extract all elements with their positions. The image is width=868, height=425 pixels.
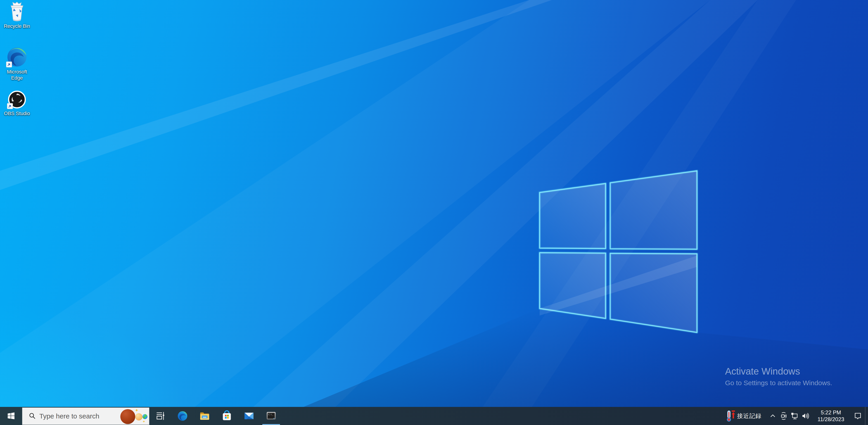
taskbar-app-command-prompt[interactable]: C:\_ — [260, 407, 282, 425]
tray-temperature-item[interactable]: 接近記録 — [726, 410, 762, 422]
thermometer-rising-icon — [726, 410, 735, 422]
taskbar-app-task-view[interactable] — [149, 407, 172, 425]
obs-studio-icon — [7, 90, 27, 109]
tray-temperature-label: 接近記録 — [737, 412, 762, 420]
desktop-icon-recycle-bin[interactable]: Recycle Bin — [0, 2, 33, 29]
task-view-icon — [155, 411, 166, 421]
search-icon — [29, 412, 36, 420]
desktop-icon-label: Recycle Bin — [4, 23, 30, 29]
taskbar-app-file-explorer[interactable] — [194, 407, 216, 425]
sparkle-icon: ✦ — [135, 408, 138, 413]
shortcut-arrow-icon — [6, 62, 12, 67]
chevron-up-icon — [769, 412, 777, 420]
orange-moon-icon — [135, 413, 143, 421]
action-center-button[interactable] — [850, 407, 865, 425]
windows-logo-icon — [7, 412, 15, 420]
file-explorer-icon — [199, 410, 210, 422]
desktop-icon-label: OBS Studio — [4, 110, 30, 117]
desktop-icon-obs-studio[interactable]: OBS Studio — [0, 90, 33, 117]
desktop-icon-microsoft-edge[interactable]: Microsoft Edge — [0, 47, 33, 81]
tray-hidden-icons-button[interactable] — [767, 407, 778, 425]
system-tray: 接近記録 — [726, 407, 868, 425]
tray-network-button[interactable] — [789, 407, 800, 425]
tray-meet-now-button[interactable] — [778, 407, 789, 425]
watermark-title: Activate Windows — [725, 366, 832, 377]
earth-icon — [143, 414, 148, 419]
search-highlights[interactable]: ✦ ✦ — [120, 408, 149, 424]
tray-volume-button[interactable] — [800, 407, 811, 425]
microsoft-edge-icon — [6, 47, 27, 67]
mars-planet-icon — [120, 409, 135, 424]
recycle-bin-icon — [8, 2, 26, 22]
taskbar: ✦ ✦ — [0, 407, 868, 425]
sparkle-icon: ✦ — [143, 419, 146, 424]
volume-icon — [801, 412, 810, 421]
windows-desktop: Recycle Bin — [0, 0, 868, 425]
shortcut-arrow-icon — [7, 103, 13, 109]
taskbar-search-box[interactable]: ✦ ✦ — [22, 407, 149, 425]
activate-windows-watermark: Activate Windows Go to Settings to activ… — [725, 366, 832, 387]
clock-date: 11/28/2023 — [814, 416, 848, 423]
meet-now-camera-icon — [779, 412, 788, 421]
taskbar-app-microsoft-store[interactable] — [216, 407, 238, 425]
svg-text:C:\_: C:\_ — [269, 413, 274, 416]
notifications-bubble-icon — [853, 412, 862, 421]
running-app-indicator — [262, 424, 280, 425]
clock-time: 5:22 PM — [814, 409, 848, 416]
desktop-icon-label: Microsoft Edge — [7, 69, 27, 81]
watermark-subtitle: Go to Settings to activate Windows. — [725, 379, 832, 387]
wallpaper-light-rays-and-logo — [0, 0, 868, 425]
taskbar-app-mail[interactable] — [238, 407, 260, 425]
microsoft-edge-icon — [177, 411, 188, 421]
taskbar-clock[interactable]: 5:22 PM 11/28/2023 — [814, 409, 848, 423]
desktop-wallpaper — [0, 0, 868, 425]
taskbar-app-microsoft-edge[interactable] — [172, 407, 194, 425]
command-prompt-icon: C:\_ — [266, 410, 277, 422]
mail-icon — [243, 410, 255, 422]
show-desktop-button[interactable] — [865, 407, 868, 425]
start-button[interactable] — [0, 407, 22, 425]
network-ethernet-icon — [790, 412, 799, 421]
microsoft-store-icon — [221, 410, 232, 422]
